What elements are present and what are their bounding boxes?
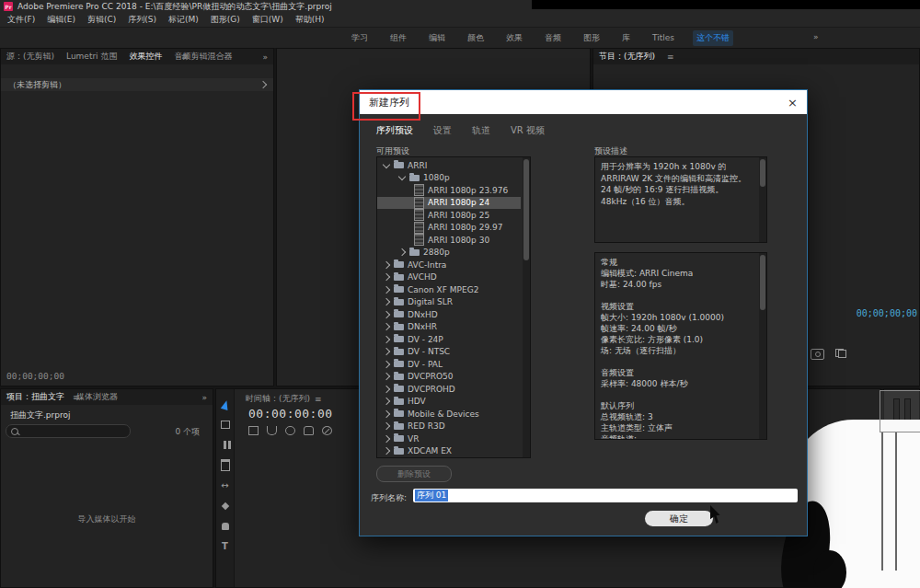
nest-sequence-icon[interactable] xyxy=(248,426,259,435)
preset-tree-item[interactable]: VR xyxy=(377,432,521,445)
scrollbar-thumb[interactable] xyxy=(760,255,765,310)
annotation-vertical-lines xyxy=(881,432,897,571)
export-frame-icon[interactable] xyxy=(811,349,824,360)
menu-item[interactable]: 序列(S) xyxy=(128,14,156,26)
ok-button[interactable]: 确定 xyxy=(645,511,713,526)
workspace-tab[interactable]: 这个不错 xyxy=(693,30,733,46)
program-tab[interactable]: 节目：(无序列) xyxy=(599,51,655,63)
snap-icon[interactable] xyxy=(267,426,277,435)
preset-tree-item[interactable]: Digital SLR xyxy=(377,296,521,309)
workspace-tab[interactable]: 编辑 xyxy=(425,30,449,46)
dialog-tab[interactable]: 轨道 xyxy=(472,124,490,137)
expand-chevron-icon xyxy=(398,248,406,256)
panel-menu-icon[interactable]: ≡ xyxy=(73,393,80,402)
panel-menu-icon[interactable]: ≡ xyxy=(315,395,322,404)
selection-tool[interactable] xyxy=(218,398,233,410)
dialog-tab[interactable]: 序列预设 xyxy=(376,124,413,137)
preset-tree-item[interactable]: AVCHD xyxy=(377,271,521,284)
workspace-tab[interactable]: Titles xyxy=(649,31,678,44)
preset-tree-item[interactable]: Mobile & Devices xyxy=(377,408,521,421)
project-panel: 项目：扭曲文字媒体浏览器 ≡ » 扭曲文字.prproj 0 个项 导入媒体以开… xyxy=(0,388,213,588)
preset-tree-item[interactable]: DV - 24P xyxy=(377,333,521,346)
preset-tree-item[interactable]: DNxHD xyxy=(377,308,521,321)
preset-tree-item[interactable]: HDV xyxy=(377,396,521,409)
preset-label: ARRI 1080p 30 xyxy=(428,236,489,245)
menu-item[interactable]: 窗口(W) xyxy=(252,14,283,26)
menu-item[interactable]: 编辑(E) xyxy=(47,14,75,26)
panel-tab[interactable]: 项目：扭曲文字 xyxy=(6,391,64,403)
preset-tree-item[interactable]: ARRI 1080p 24 xyxy=(377,197,521,210)
expand-chevron-icon xyxy=(383,261,390,269)
timeline-timecode[interactable]: 00:00:00:00 xyxy=(248,407,333,421)
panel-overflow-icon[interactable]: » xyxy=(262,52,268,62)
sequence-name-input[interactable]: 序列 01 xyxy=(413,489,798,502)
preset-tree-item[interactable]: DVCPROHD xyxy=(377,383,521,396)
scrollbar-thumb[interactable] xyxy=(760,159,765,187)
preset-tree-item[interactable]: ARRI 1080p 23.976 xyxy=(377,184,521,197)
razor-tool[interactable] xyxy=(218,459,233,471)
workspace-tab[interactable]: 颜色 xyxy=(464,30,488,46)
preset-tree-item[interactable]: DNxHR xyxy=(377,321,521,334)
preset-label: ARRI xyxy=(408,161,427,170)
preset-tree-item[interactable]: ARRI 1080p 29.97 xyxy=(377,222,521,235)
timeline-settings-icon[interactable] xyxy=(322,426,332,435)
delete-preset-button[interactable]: 删除预设 xyxy=(376,466,452,482)
workspace-overflow-icon[interactable]: » xyxy=(813,32,819,41)
panel-tab[interactable]: Lumetri 范围 xyxy=(66,51,117,63)
preset-tree-item[interactable]: DV - NTSC xyxy=(377,346,521,359)
preset-tree-item[interactable]: XDCAM EX xyxy=(377,445,521,458)
comparison-view-icon[interactable] xyxy=(835,349,846,358)
tree-scrollbar[interactable] xyxy=(523,157,530,457)
workspace-tab[interactable]: 音频 xyxy=(541,30,565,46)
add-marker-icon[interactable] xyxy=(304,426,314,435)
effect-controls-timecode[interactable]: 00;00;00;00 xyxy=(6,371,64,381)
close-icon[interactable]: × xyxy=(788,97,798,109)
panel-tab[interactable]: 源：(无剪辑) xyxy=(6,51,54,63)
panel-tab[interactable]: 媒体浏览器 xyxy=(76,391,118,403)
workspace-tab[interactable]: 效果 xyxy=(502,30,526,46)
description-scrollbar[interactable] xyxy=(759,157,766,242)
preset-tree-item[interactable]: ARRI 1080p 30 xyxy=(377,234,521,247)
preset-tree-item[interactable]: ARRI xyxy=(377,159,521,172)
preset-label: XDCAM EX xyxy=(408,446,452,455)
workspace-tab[interactable]: 库 xyxy=(618,30,634,46)
preset-tree-item[interactable]: 2880p xyxy=(377,247,521,259)
panel-tab[interactable]: 效果控件 xyxy=(130,51,163,63)
panel-menu-icon[interactable]: ≡ xyxy=(667,52,674,62)
type-tool[interactable]: T xyxy=(218,540,233,552)
dialog-tab[interactable]: VR 视频 xyxy=(511,124,545,137)
menu-item[interactable]: 标记(M) xyxy=(168,14,199,26)
preset-tree-item[interactable]: RED R3D xyxy=(377,421,521,433)
menu-item[interactable]: 图形(G) xyxy=(211,14,240,26)
project-file-name[interactable]: 扭曲文字.prproj xyxy=(10,409,71,421)
dialog-tab[interactable]: 设置 xyxy=(433,124,452,137)
description-line: 48kHz（16 位）音频。 xyxy=(601,196,753,208)
hand-tool[interactable] xyxy=(218,520,233,532)
workspace-tab[interactable]: 组件 xyxy=(386,30,410,46)
workspace-tab[interactable]: 学习 xyxy=(348,30,372,46)
menu-item[interactable]: 帮助(H) xyxy=(295,14,325,26)
program-timecode[interactable]: 00;00;00;00 xyxy=(857,308,917,318)
preset-tree-item[interactable]: DVCPRO50 xyxy=(377,371,521,384)
preset-tree-item[interactable]: ARRI 1080p 25 xyxy=(377,209,521,222)
details-scrollbar[interactable] xyxy=(759,253,766,439)
preset-tree-item[interactable]: DV - PAL xyxy=(377,358,521,371)
preset-tree-item[interactable]: Canon XF MPEG2 xyxy=(377,283,521,296)
panel-menu-icon[interactable]: ≡ xyxy=(181,52,189,62)
preset-tree-item[interactable]: AVC-Intra xyxy=(377,259,521,271)
timeline-tab[interactable]: 时间轴：(无序列) xyxy=(246,393,310,405)
menu-item[interactable]: 剪辑(C) xyxy=(87,14,116,26)
ripple-edit-tool[interactable] xyxy=(218,439,233,451)
preset-tree-item[interactable]: 1080p xyxy=(377,172,521,185)
project-search-input[interactable] xyxy=(6,424,131,438)
scrollbar-thumb[interactable] xyxy=(523,159,529,260)
linked-selection-icon[interactable] xyxy=(285,426,295,435)
slip-tool[interactable]: ↔ xyxy=(218,479,233,491)
menu-item[interactable]: 文件(F) xyxy=(7,14,35,26)
track-select-tool[interactable] xyxy=(218,419,233,431)
pen-tool[interactable] xyxy=(218,500,233,512)
panel-overflow-icon[interactable]: » xyxy=(201,393,207,402)
detail-line: 音频设置 xyxy=(601,367,753,378)
annotation-red-box xyxy=(352,92,420,121)
workspace-tab[interactable]: 图形 xyxy=(580,30,604,46)
